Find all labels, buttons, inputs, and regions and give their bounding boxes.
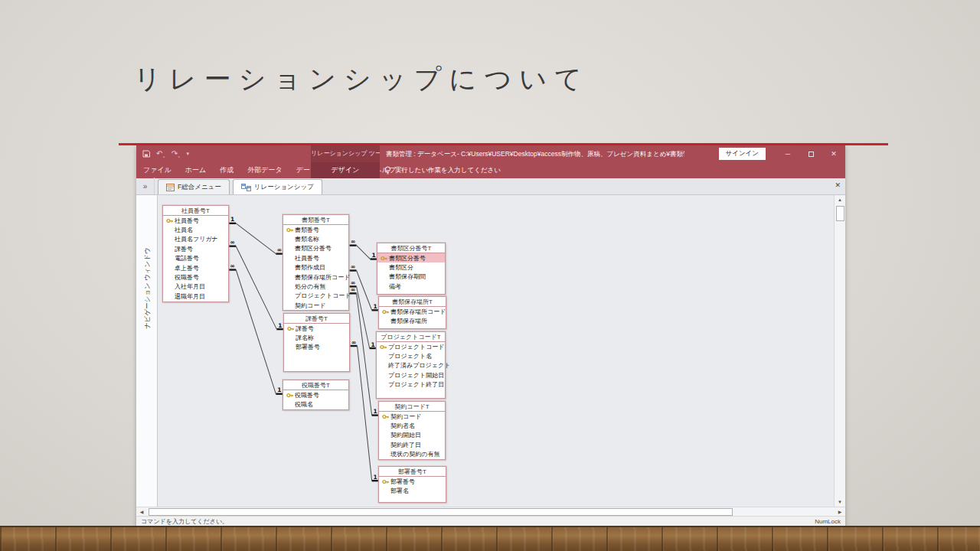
- table-title[interactable]: 部署番号T: [379, 467, 446, 477]
- field-課番号[interactable]: 課番号: [163, 244, 228, 253]
- field-部署名[interactable]: 部署名: [379, 486, 446, 495]
- close-button[interactable]: ✕: [822, 145, 845, 162]
- field-社員番号[interactable]: 社員番号: [283, 253, 348, 262]
- field-部署番号[interactable]: 部署番号: [379, 477, 446, 486]
- field-終了済みプロジェクト[interactable]: 終了済みプロジェクト: [377, 361, 445, 370]
- table-書類区分番号T[interactable]: 書類区分番号T書類区分番号書類区分書類保存期間備考: [377, 243, 446, 295]
- maximize-button[interactable]: [799, 145, 822, 162]
- tab-relationships[interactable]: リレーションシップ: [233, 179, 322, 194]
- field-役職番号[interactable]: 役職番号: [283, 390, 348, 399]
- relationship-canvas[interactable]: 1∞∞1∞1∞1∞1∞1∞1∞1 社員番号T社員番号社員名社員名フリガナ課番号電…: [158, 195, 834, 507]
- table-title[interactable]: 契約コードT: [379, 402, 445, 412]
- svg-text:1: 1: [372, 252, 376, 259]
- primary-key-icon: [287, 325, 294, 332]
- scroll-right-icon[interactable]: ▶: [835, 509, 845, 514]
- scroll-left-icon[interactable]: ◀: [136, 509, 147, 514]
- field-契約終了日[interactable]: 契約終了日: [379, 440, 445, 449]
- field-社員名[interactable]: 社員名: [163, 225, 228, 234]
- field-書類保存場所コード[interactable]: 書類保存場所コード: [283, 272, 348, 282]
- ribbon-tab-file[interactable]: ファイル: [136, 165, 178, 175]
- table-書類番号T[interactable]: 書類番号T書類番号書類名称書類区分番号社員番号書類作成日書類保存場所コード処分の…: [283, 214, 349, 311]
- field-プロジェクト開始日[interactable]: プロジェクト開始日: [377, 370, 445, 380]
- field-プロジェクトコード[interactable]: プロジェクトコード: [283, 292, 348, 301]
- tell-me-box[interactable]: 実行したい作業を入力してください: [384, 162, 501, 178]
- table-title[interactable]: 書類区分番号T: [377, 243, 445, 253]
- table-書類保存場所T[interactable]: 書類保存場所T書類保存場所コード書類保存場所: [378, 296, 446, 329]
- access-window: ↶˯ ↷˯ ▾ リレーションシップ ツール デザイン 書類管理 : データベース…: [136, 145, 845, 528]
- table-役職番号T[interactable]: 役職番号T役職番号役職名: [283, 380, 349, 410]
- field-契約コード[interactable]: 契約コード: [283, 301, 348, 310]
- field-役職番号[interactable]: 役職番号: [163, 272, 228, 282]
- table-プロジェクトコードT[interactable]: プロジェクトコードTプロジェクトコードプロジェクト名終了済みプロジェクトプロジェ…: [376, 331, 446, 399]
- field-契約者名[interactable]: 契約者名: [379, 421, 445, 430]
- field-書類保存期間[interactable]: 書類保存期間: [377, 272, 445, 282]
- field-書類作成日[interactable]: 書類作成日: [283, 263, 348, 272]
- qat-customize-icon[interactable]: ▾: [186, 150, 189, 158]
- primary-key-icon: [381, 255, 387, 262]
- vertical-scroll-thumb[interactable]: [836, 206, 844, 221]
- field-退職年月日[interactable]: 退職年月日: [163, 292, 228, 301]
- nav-pane-expand-button[interactable]: »: [136, 178, 155, 194]
- sign-in-button[interactable]: サインイン: [719, 148, 766, 160]
- table-契約コードT[interactable]: 契約コードT契約コード契約者名契約開始日契約終了日現状の契約の有無: [378, 401, 446, 460]
- horizontal-scroll-track[interactable]: [147, 508, 835, 516]
- field-処分の有無[interactable]: 処分の有無: [283, 282, 348, 291]
- table-課番号T[interactable]: 課番号T課番号課名称部署番号: [283, 313, 350, 372]
- svg-text:∞: ∞: [351, 279, 355, 286]
- field-部署番号[interactable]: 部署番号: [284, 343, 349, 352]
- field-プロジェクト名[interactable]: プロジェクト名: [377, 351, 445, 360]
- table-社員番号T[interactable]: 社員番号T社員番号社員名社員名フリガナ課番号電話番号卓上番号役職番号入社年月日退…: [162, 205, 229, 302]
- field-現状の契約の有無[interactable]: 現状の契約の有無: [379, 450, 445, 459]
- field-電話番号[interactable]: 電話番号: [163, 254, 228, 263]
- field-書類保存場所コード[interactable]: 書類保存場所コード: [379, 307, 446, 316]
- field-書類区分番号[interactable]: 書類区分番号: [283, 244, 348, 253]
- table-title[interactable]: 書類保存場所T: [379, 297, 446, 307]
- minimize-button[interactable]: ─: [776, 145, 799, 162]
- wood-floor-decoration: [0, 526, 980, 551]
- table-部署番号T[interactable]: 部署番号T部署番号部署名: [378, 466, 446, 503]
- table-title[interactable]: 書類番号T: [283, 215, 348, 225]
- field-プロジェクトコード[interactable]: プロジェクトコード: [377, 342, 445, 351]
- horizontal-scroll-thumb[interactable]: [149, 508, 733, 516]
- ribbon-tab-create[interactable]: 作成: [213, 165, 240, 175]
- field-役職名[interactable]: 役職名: [283, 399, 348, 409]
- field-書類名称[interactable]: 書類名称: [283, 234, 348, 243]
- table-title[interactable]: 社員番号T: [163, 206, 228, 216]
- field-入社年月日[interactable]: 入社年月日: [163, 282, 228, 292]
- close-tab-icon[interactable]: ✕: [835, 181, 841, 189]
- field-備考[interactable]: 備考: [377, 282, 445, 291]
- undo-icon[interactable]: ↶˯: [156, 150, 165, 158]
- numlock-indicator: NumLock: [815, 518, 841, 525]
- field-課名称[interactable]: 課名称: [284, 333, 349, 342]
- field-社員名フリガナ[interactable]: 社員名フリガナ: [163, 235, 228, 244]
- redo-icon[interactable]: ↷˯: [172, 150, 181, 158]
- scroll-up-icon[interactable]: ▲: [835, 195, 845, 204]
- contextual-tab-group: リレーションシップ ツール デザイン: [311, 145, 380, 178]
- ribbon-tab-external-data[interactable]: 外部データ: [240, 165, 289, 175]
- save-icon[interactable]: [142, 150, 150, 158]
- svg-text:∞: ∞: [351, 263, 355, 270]
- field-書類保存場所[interactable]: 書類保存場所: [379, 316, 446, 325]
- table-title[interactable]: 課番号T: [284, 314, 349, 324]
- field-契約開始日[interactable]: 契約開始日: [379, 431, 445, 440]
- field-プロジェクト終了日[interactable]: プロジェクト終了日: [377, 380, 445, 390]
- field-課番号[interactable]: 課番号: [284, 324, 349, 333]
- field-卓上番号[interactable]: 卓上番号: [163, 263, 228, 272]
- ribbon-tab-home[interactable]: ホーム: [178, 165, 213, 175]
- field-社員番号[interactable]: 社員番号: [163, 216, 228, 225]
- horizontal-scrollbar[interactable]: ◀ ▶: [136, 507, 845, 516]
- field-書類区分[interactable]: 書類区分: [377, 262, 445, 272]
- vertical-scrollbar[interactable]: ▲ ▼: [834, 195, 845, 507]
- ribbon-tab-design[interactable]: デザイン: [311, 162, 380, 178]
- field-書類番号[interactable]: 書類番号: [283, 225, 348, 234]
- field-契約コード[interactable]: 契約コード: [379, 412, 445, 421]
- scroll-down-icon[interactable]: ▼: [835, 497, 845, 507]
- navigation-pane-collapsed[interactable]: ナビゲーション ウィンドウ: [136, 195, 158, 507]
- slide-title: リレーションシップについて: [134, 61, 590, 97]
- table-title[interactable]: 役職番号T: [283, 380, 348, 390]
- field-書類区分番号[interactable]: 書類区分番号: [377, 253, 445, 262]
- window-title: 書類管理 : データベース- C:¥Users¥USER¥Desktop¥acc…: [386, 145, 684, 162]
- tab-main-menu-form[interactable]: F総合メニュー: [158, 179, 230, 194]
- table-title[interactable]: プロジェクトコードT: [377, 332, 445, 342]
- svg-text:∞: ∞: [230, 262, 235, 269]
